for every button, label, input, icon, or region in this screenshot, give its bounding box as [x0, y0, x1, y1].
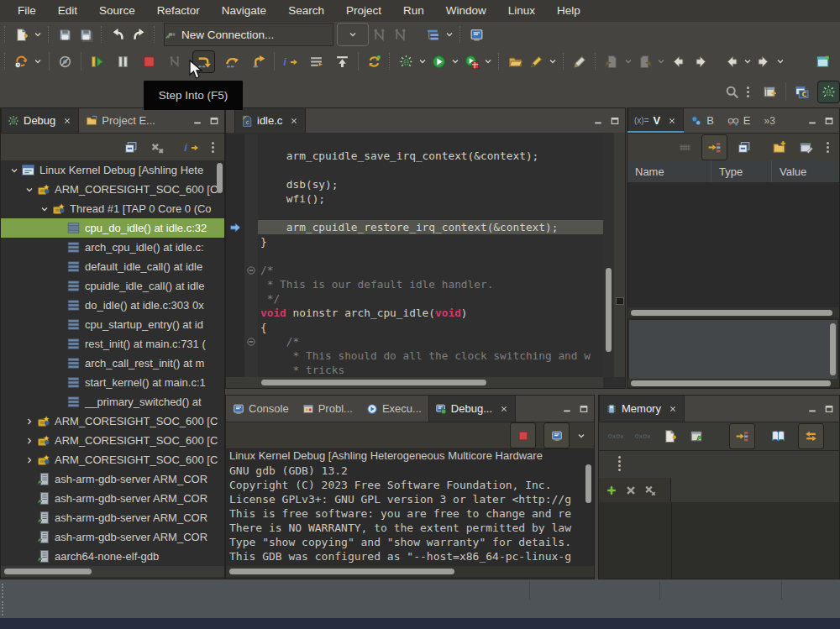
- debug-launch-button[interactable]: [396, 51, 417, 72]
- remove-all-monitors-icon[interactable]: [644, 485, 656, 496]
- open-element-button[interactable]: [505, 51, 526, 72]
- link-memory-rendering-toggle[interactable]: [729, 423, 755, 449]
- export-memory-button[interactable]: [686, 426, 707, 447]
- next-edit-location-button[interactable]: [634, 51, 655, 72]
- open-console-button[interactable]: [543, 422, 570, 448]
- toggle-mark-occurrences-button[interactable]: [526, 51, 547, 72]
- new-wizard-dropdown[interactable]: [32, 24, 44, 45]
- tab-idle-c[interactable]: idle.c: [234, 108, 306, 133]
- tree-expander-icon[interactable]: [23, 453, 36, 467]
- tab-executables[interactable]: Execu...: [360, 396, 428, 422]
- stack-frame[interactable]: cpu_startup_entry() at id: [1, 315, 224, 334]
- memory-monitors-pane[interactable]: [599, 502, 672, 579]
- stack-frame[interactable]: do_idle() at idle.c:303 0x: [1, 296, 224, 315]
- debug-tree-item[interactable]: ash-arm-gdb-server ARM_COR: [1, 489, 224, 508]
- tab-memory[interactable]: Memory: [599, 396, 685, 422]
- new-window-button[interactable]: [812, 51, 833, 72]
- debug-tree-item[interactable]: ash-arm-gdb-server ARM_COR: [1, 508, 224, 527]
- edit-watch-button[interactable]: [795, 137, 816, 158]
- stack-frame[interactable]: __primary_switched() at: [1, 392, 224, 411]
- tree-expander-icon[interactable]: [23, 434, 36, 448]
- new-watch-button[interactable]: [769, 137, 790, 158]
- tree-expander-icon[interactable]: [8, 164, 21, 177]
- connection-combo-dropdown[interactable]: [337, 23, 369, 46]
- save-all-button[interactable]: [76, 24, 97, 45]
- minimize-icon[interactable]: [562, 404, 572, 414]
- toolbar-handle[interactable]: [389, 53, 391, 70]
- tab-debugger-console[interactable]: Debug...: [428, 396, 516, 422]
- search-button[interactable]: [722, 81, 743, 102]
- close-icon[interactable]: [62, 116, 72, 126]
- stack-frame[interactable]: arch_call_rest_init() at m: [1, 354, 224, 373]
- variables-table-body[interactable]: [627, 182, 839, 307]
- debug-tree-item[interactable]: ARM_CORESIGHT_SOC_600 [C: [1, 180, 224, 199]
- debug-launch-tree[interactable]: Linux Kernel Debug [Ashling HeteARM_CORE…: [1, 160, 224, 565]
- step-return-button[interactable]: [248, 51, 269, 72]
- menu-refactor[interactable]: Refactor: [146, 0, 211, 22]
- debug-tree-item[interactable]: ash-arm-gdb-server ARM_COR: [1, 469, 224, 489]
- step-over-button[interactable]: [222, 51, 243, 72]
- tree-expander-icon[interactable]: [23, 183, 36, 197]
- variable-details-pane[interactable]: [629, 320, 837, 380]
- minimize-icon[interactable]: [593, 116, 603, 126]
- maximize-icon[interactable]: [209, 116, 219, 126]
- tab-breakpoints[interactable]: B: [684, 108, 721, 133]
- outline-view-dropdown[interactable]: [444, 24, 455, 45]
- tab-project-explorer[interactable]: Project E...: [79, 108, 162, 133]
- debug-tree-item[interactable]: Thread #1 [TAP 0 Core 0 (Co: [1, 199, 224, 218]
- show-source-lines-button[interactable]: [306, 51, 327, 72]
- skip-node-alt-button[interactable]: [390, 24, 411, 45]
- maximize-icon[interactable]: [579, 404, 589, 414]
- debug-tree-item[interactable]: Linux Kernel Debug [Ashling Hete: [1, 160, 224, 180]
- tab-overflow[interactable]: »3: [758, 108, 782, 133]
- column-value[interactable]: Value: [772, 160, 839, 182]
- tree-expander-icon[interactable]: [23, 415, 36, 428]
- close-icon[interactable]: [499, 404, 509, 414]
- save-button[interactable]: [55, 24, 76, 45]
- toolbar-handle[interactable]: [4, 53, 7, 70]
- collapse-all-button[interactable]: [120, 137, 141, 158]
- perspective-bar-menu[interactable]: [746, 86, 749, 97]
- tab-console[interactable]: Console: [226, 396, 296, 422]
- editor-overview-ruler[interactable]: [614, 133, 625, 377]
- menu-source[interactable]: Source: [88, 0, 146, 22]
- view-menu[interactable]: [211, 142, 214, 153]
- terminate-console-button[interactable]: [510, 422, 536, 448]
- back-button[interactable]: [721, 51, 742, 72]
- memory-renderings-pane[interactable]: [672, 502, 839, 579]
- disconnect-button[interactable]: [165, 51, 186, 72]
- stack-frame[interactable]: start_kernel() at main.c:1: [1, 373, 224, 392]
- profile-launch-button[interactable]: [461, 51, 482, 72]
- redo-button[interactable]: [129, 24, 150, 45]
- show-logical-structure-toggle[interactable]: [701, 134, 727, 160]
- back-dropdown[interactable]: [742, 51, 753, 72]
- hex-display-alt-button[interactable]: 0x0x: [633, 426, 654, 447]
- format-button[interactable]: [570, 51, 591, 72]
- tree-expander-icon[interactable]: [38, 202, 51, 216]
- tab-problems[interactable]: Probl...: [296, 396, 360, 422]
- memory-pane-menu[interactable]: [617, 456, 621, 471]
- debug-launch-dropdown[interactable]: [417, 51, 428, 72]
- console-toolbar-button[interactable]: [466, 24, 487, 45]
- minimize-icon[interactable]: [807, 116, 817, 126]
- skip-all-breakpoints-button[interactable]: [55, 51, 76, 72]
- move-to-line-button[interactable]: [332, 51, 353, 72]
- tab-variables[interactable]: (x)= V: [627, 108, 684, 133]
- console-output[interactable]: Linux Kernel Debug [Ashling Heterogeneou…: [229, 449, 585, 565]
- stack-frame[interactable]: arch_cpu_idle() at idle.c:: [1, 238, 224, 257]
- new-rendering-button[interactable]: [768, 426, 789, 447]
- run-launch-dropdown[interactable]: [449, 51, 461, 72]
- minimize-icon[interactable]: [192, 116, 202, 126]
- tree-hscrollbar[interactable]: [1, 566, 224, 577]
- maximize-icon[interactable]: [824, 116, 834, 126]
- console-vscrollbar[interactable]: [585, 464, 591, 503]
- show-type-names-button[interactable]: [675, 137, 696, 158]
- open-console-dropdown[interactable]: [575, 425, 587, 446]
- tree-vscrollbar[interactable]: [217, 163, 223, 193]
- fold-marker-icon[interactable]: [244, 334, 258, 349]
- menu-linux[interactable]: Linux: [497, 0, 546, 22]
- new-wizard-button[interactable]: [11, 24, 32, 45]
- undo-button[interactable]: [108, 24, 129, 45]
- menu-navigate[interactable]: Navigate: [211, 0, 277, 22]
- remove-monitor-icon[interactable]: [625, 485, 637, 496]
